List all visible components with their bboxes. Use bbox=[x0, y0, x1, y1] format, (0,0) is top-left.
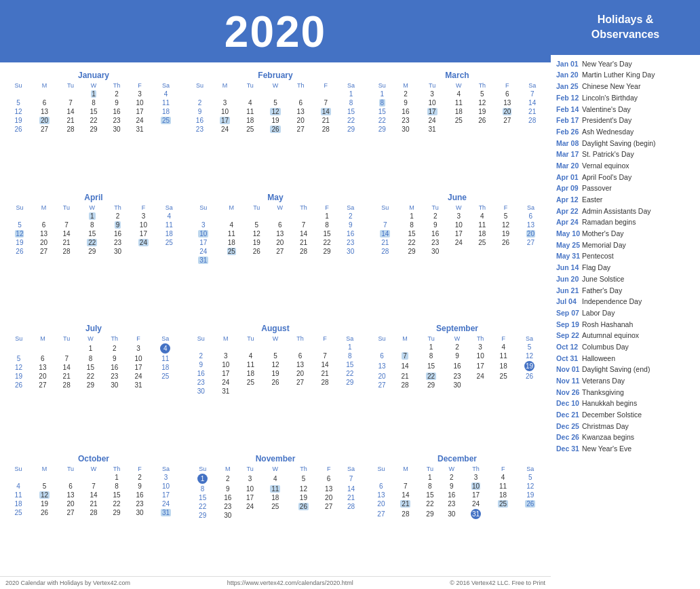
calendar-day: 25 bbox=[218, 247, 245, 256]
calendar-day: 2 bbox=[106, 212, 129, 221]
calendar-day: 1 bbox=[337, 343, 362, 352]
holiday-name: Daylight Saving (begin) bbox=[582, 138, 656, 149]
calendar-day: 24 bbox=[129, 238, 157, 247]
calendar-day: 3 bbox=[469, 343, 492, 352]
weekday-header: W bbox=[78, 204, 106, 212]
holiday-name: April Fool's Day bbox=[582, 172, 631, 183]
calendar-day: 30 bbox=[423, 247, 447, 256]
weekday-header: F bbox=[313, 335, 338, 343]
weekday-header: Tu bbox=[423, 204, 447, 212]
calendar-day: 30 bbox=[189, 387, 214, 396]
calendar-day: 2 bbox=[102, 343, 126, 354]
calendar-day bbox=[189, 212, 218, 221]
weekday-header: Tu bbox=[55, 204, 77, 212]
calendar-day: 4 bbox=[218, 221, 245, 229]
holiday-date: Feb 26 bbox=[556, 127, 582, 137]
calendar-day: 22 bbox=[419, 499, 441, 508]
holiday-item: Oct 12Columbus Day bbox=[556, 342, 695, 352]
calendar-day bbox=[471, 247, 494, 256]
calendar-day: 17 bbox=[126, 363, 150, 372]
calendar-day: 19 bbox=[494, 229, 518, 238]
calendar-day: 6 bbox=[290, 98, 312, 107]
weekday-header: Th bbox=[290, 81, 312, 90]
calendar-day: 17 bbox=[129, 229, 157, 238]
calendar-day: 3 bbox=[126, 343, 150, 354]
holiday-name: Columbus Day bbox=[582, 342, 629, 352]
month-name: October bbox=[7, 454, 180, 463]
weekday-header: Su bbox=[7, 335, 31, 343]
holiday-item: Dec 31New Year's Eve bbox=[556, 444, 695, 454]
holiday-name: Rosh Hashanah bbox=[582, 320, 633, 330]
calendar-day bbox=[82, 473, 105, 482]
calendar-day: 25 bbox=[239, 125, 261, 134]
calendar-day: 6 bbox=[59, 482, 82, 491]
calendar-day: 18 bbox=[490, 491, 517, 499]
holiday-item: Sep 22Autumnal equinox bbox=[556, 330, 695, 341]
weekday-header: M bbox=[393, 335, 416, 343]
calendar-day bbox=[189, 90, 211, 98]
holiday-item: May 25Memorial Day bbox=[556, 240, 695, 250]
calendar-day bbox=[239, 90, 261, 98]
calendar-day: 14 bbox=[313, 360, 338, 369]
weekday-header: F bbox=[494, 204, 518, 212]
calendar-day: 30 bbox=[105, 125, 128, 134]
weekday-header: F bbox=[492, 335, 515, 343]
holiday-name: Easter bbox=[582, 195, 602, 205]
calendar-day bbox=[517, 508, 544, 520]
calendar-day bbox=[393, 343, 416, 352]
calendar-day bbox=[288, 387, 313, 396]
calendar-day: 16 bbox=[105, 107, 128, 116]
holiday-date: Jan 01 bbox=[556, 59, 582, 69]
calendar-day bbox=[515, 381, 544, 390]
calendar-day: 28 bbox=[520, 116, 544, 125]
holiday-name: June Solstice bbox=[582, 274, 624, 284]
month-table: SuMTuWThFSa12345678910111213141516171819… bbox=[189, 335, 362, 396]
calendar-day: 1 bbox=[315, 212, 339, 221]
calendar-day bbox=[263, 387, 288, 396]
calendar-day bbox=[337, 387, 362, 396]
calendar-day: 14 bbox=[82, 491, 105, 499]
calendar-day: 3 bbox=[211, 98, 239, 107]
holidays-header: Holidays &Observances bbox=[551, 0, 700, 55]
weekday-header: Tu bbox=[59, 81, 82, 90]
month-table: SuMTuWThFSa12345678910111213141516171819… bbox=[370, 465, 544, 520]
weekday-header: Th bbox=[471, 81, 494, 90]
month-name: March bbox=[370, 71, 544, 80]
holiday-item: Apr 22Admin Assistants Day bbox=[556, 206, 695, 216]
weekday-header: Tu bbox=[419, 465, 441, 473]
calendar-day: 13 bbox=[288, 360, 313, 369]
month-block-january: JanuarySuMTuWThFSa1234567891011121314151… bbox=[3, 68, 184, 190]
calendar-day: 18 bbox=[151, 107, 180, 116]
calendar-day: 4 bbox=[238, 352, 263, 360]
calendar-day bbox=[218, 212, 245, 221]
calendar-day bbox=[261, 511, 290, 520]
calendar-day: 4 bbox=[158, 212, 180, 221]
calendar-day: 18 bbox=[261, 493, 290, 502]
calendar-day: 5 bbox=[517, 473, 544, 482]
holiday-date: Sep 19 bbox=[556, 320, 582, 330]
calendar-day: 19 bbox=[517, 491, 544, 499]
calendar-day: 26 bbox=[515, 372, 544, 381]
weekday-header: Th bbox=[290, 465, 318, 473]
calendar-day: 23 bbox=[189, 378, 214, 387]
calendar-day: 1 bbox=[416, 343, 446, 352]
calendar-day: 12 bbox=[494, 221, 518, 229]
weekday-header: Sa bbox=[517, 465, 544, 473]
calendar-day: 19 bbox=[515, 360, 544, 372]
holiday-name: Kwanzaa begins bbox=[582, 432, 634, 442]
calendar-day: 1 bbox=[370, 90, 394, 98]
calendar-day: 9 bbox=[102, 354, 126, 363]
calendar-day: 5 bbox=[30, 482, 59, 491]
month-table: SuMTuWThFSa12345678910111213141516171819… bbox=[7, 465, 180, 517]
holiday-name: New Year's Eve bbox=[582, 444, 631, 454]
calendar-day: 8 bbox=[400, 221, 424, 229]
holiday-date: Mar 08 bbox=[556, 138, 582, 149]
holiday-date: Apr 24 bbox=[556, 217, 582, 227]
calendar-day bbox=[55, 212, 77, 221]
holiday-name: Halloween bbox=[582, 354, 615, 364]
calendar-day: 24 bbox=[463, 499, 490, 508]
calendar-day bbox=[214, 343, 239, 352]
weekday-header: F bbox=[317, 465, 340, 473]
holiday-item: May 31Pentecost bbox=[556, 251, 695, 261]
calendar-day: 22 bbox=[370, 116, 394, 125]
